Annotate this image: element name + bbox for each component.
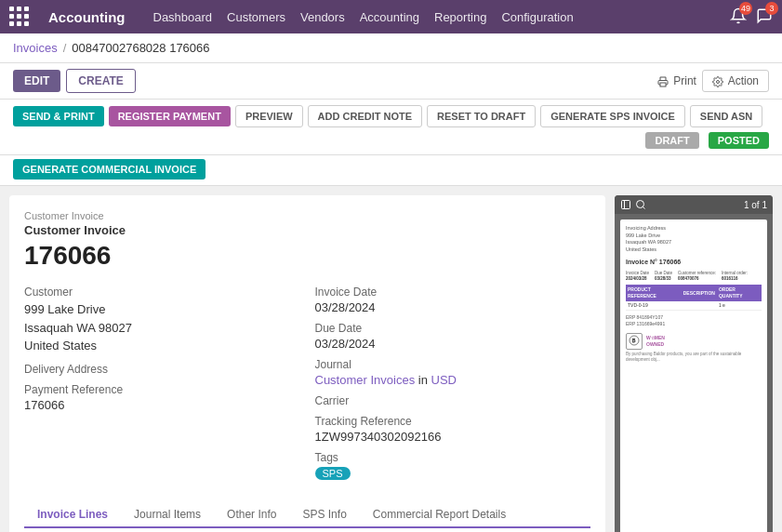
preview-logos: B W☆MENOWNED — [626, 333, 762, 350]
print-button[interactable]: Print — [657, 74, 696, 87]
preview-qty: 1 e — [717, 301, 762, 311]
preview-footer: By purchasing Baldor products, you are p… — [626, 352, 762, 363]
invoice-date-label: Invoice Date — [315, 286, 591, 299]
due-date-label: Due Date — [315, 322, 591, 335]
preview-desc — [682, 301, 717, 311]
tab-other-info[interactable]: Other Info — [214, 502, 289, 528]
page-count: 1 of 1 — [744, 200, 767, 210]
button-toolbar: SEND & PRINT REGISTER PAYMENT PREVIEW AD… — [0, 100, 782, 155]
carrier-field: Carrier — [315, 394, 591, 407]
journal-separator: in — [418, 373, 428, 387]
posted-status-badge: POSTED — [709, 132, 769, 149]
preview-button[interactable]: PREVIEW — [235, 105, 303, 127]
breadcrumb-separator: / — [63, 41, 67, 55]
payment-reference-field: Payment Reference 176066 — [24, 383, 300, 412]
register-payment-button[interactable]: REGISTER PAYMENT — [109, 106, 231, 126]
tracking-ref-label: Tracking Reference — [315, 415, 591, 428]
preview-sku: TVD-0-19 — [626, 301, 682, 311]
tag-sps[interactable]: SPS — [315, 467, 351, 480]
preview-panel: 1 of 1 Invoicing Address 999 Lake DriveI… — [615, 195, 773, 532]
notification-icon[interactable]: 49 — [730, 7, 747, 27]
customer-label: Customer — [24, 286, 300, 299]
journal-field: Journal Customer Invoices in USD — [315, 358, 591, 387]
tags-value: SPS — [315, 466, 591, 480]
print-label: Print — [673, 74, 696, 87]
nav-accounting[interactable]: Accounting — [360, 10, 419, 24]
svg-rect-0 — [660, 83, 666, 86]
preview-col-headers: Invoice Date2024/03/28 Due Date03/28/33 … — [626, 271, 762, 283]
form-panel: Customer Invoice Customer Invoice 176066… — [9, 195, 605, 532]
action-label: Action — [728, 74, 759, 87]
app-grid-icon[interactable] — [9, 7, 30, 27]
tab-commercial-report[interactable]: Commercial Report Details — [360, 502, 519, 528]
draft-status-badge: DRAFT — [645, 132, 698, 149]
svg-text:B: B — [632, 338, 636, 343]
chat-badge: 3 — [765, 2, 778, 15]
invoice-date-value: 03/28/2024 — [315, 300, 591, 314]
women-owned-logo: W☆MENOWNED — [646, 335, 665, 348]
breadcrumb-parent[interactable]: Invoices — [13, 41, 58, 55]
action-bar: EDIT CREATE Print Action — [0, 63, 782, 100]
tags-label: Tags — [315, 451, 591, 464]
breadcrumb: Invoices / 00847002768028 176066 — [0, 33, 782, 63]
chat-icon[interactable]: 3 — [756, 7, 773, 27]
nav-customers[interactable]: Customers — [227, 10, 285, 24]
preview-table: PRODUCT REFERENCE DESCRIPTION ORDER QUAN… — [626, 285, 762, 311]
svg-line-5 — [643, 206, 644, 208]
send-print-button[interactable]: SEND & PRINT — [13, 106, 104, 126]
preview-document: Invoicing Address 999 Lake DriveIssaquah… — [620, 219, 767, 532]
search-preview-icon[interactable] — [635, 199, 646, 210]
customer-address: 999 Lake DriveIssaquah WA 98027United St… — [24, 300, 300, 355]
preview-table-row: TVD-0-19 1 e — [626, 301, 762, 311]
send-asn-button[interactable]: SEND ASN — [690, 105, 762, 127]
generate-commercial-invoice-button[interactable]: GENERATE COMMERCIAL INVOICE — [13, 159, 205, 180]
journal-link[interactable]: Customer Invoices — [315, 373, 416, 387]
edit-button[interactable]: EDIT — [13, 70, 60, 92]
invoice-date-field: Invoice Date 03/28/2024 — [315, 286, 591, 314]
add-credit-note-button[interactable]: ADD CREDIT NOTE — [308, 105, 422, 127]
nav-reporting[interactable]: Reporting — [434, 10, 486, 24]
top-icons: 49 3 — [730, 7, 773, 27]
nav-links: Dashboard Customers Vendors Accounting R… — [153, 10, 574, 24]
svg-rect-2 — [622, 201, 630, 209]
preview-toolbar: 1 of 1 — [615, 195, 773, 214]
breadcrumb-current: 00847002768028 176066 — [72, 41, 209, 55]
tab-sps-info[interactable]: SPS Info — [289, 502, 359, 528]
payment-reference-value: 176066 — [24, 398, 300, 412]
create-button[interactable]: CREATE — [66, 69, 135, 93]
nav-dashboard[interactable]: Dashboard — [153, 10, 213, 24]
tracking-ref-value: 1ZW997340302092166 — [315, 430, 591, 444]
doc-type-label: Customer Invoice — [24, 210, 590, 221]
svg-point-1 — [716, 80, 719, 83]
delivery-address-field: Delivery Address — [24, 363, 300, 376]
invoice-number: 176066 — [24, 241, 590, 271]
tabs: Invoice Lines Journal Items Other Info S… — [24, 502, 590, 528]
preview-sku1: ERP 841894Y107 ERP 131669e4991 — [626, 314, 762, 327]
tags-field: Tags SPS — [315, 451, 591, 480]
svg-point-4 — [637, 201, 644, 208]
nav-vendors[interactable]: Vendors — [300, 10, 345, 24]
cert-b-icon: B — [626, 333, 643, 350]
reset-to-draft-button[interactable]: RESET TO DRAFT — [427, 105, 536, 127]
preview-col-desc: DESCRIPTION — [682, 285, 717, 301]
action-button[interactable]: Action — [702, 70, 769, 92]
tab-invoice-lines[interactable]: Invoice Lines — [24, 502, 121, 528]
toggle-panel-icon[interactable] — [620, 199, 631, 210]
doc-type: Customer Invoice — [24, 223, 590, 237]
due-date-field: Due Date 03/28/2024 — [315, 322, 591, 351]
generate-sps-invoice-button[interactable]: GENERATE SPS INVOICE — [540, 105, 685, 127]
delivery-address-label: Delivery Address — [24, 363, 300, 376]
preview-address-title: Invoicing Address 999 Lake DriveIssaquah… — [626, 225, 762, 254]
tracking-ref-field: Tracking Reference 1ZW997340302092166 — [315, 415, 591, 444]
payment-reference-label: Payment Reference — [24, 383, 300, 396]
main-area: Customer Invoice Customer Invoice 176066… — [0, 186, 782, 532]
journal-value: Customer Invoices in USD — [315, 373, 591, 387]
form-grid: Customer 999 Lake DriveIssaquah WA 98027… — [24, 286, 590, 487]
brand-name: Accounting — [48, 9, 126, 25]
notification-badge: 49 — [739, 2, 752, 15]
left-fields: Customer 999 Lake DriveIssaquah WA 98027… — [24, 286, 300, 487]
second-toolbar: GENERATE COMMERCIAL INVOICE — [0, 155, 782, 186]
nav-configuration[interactable]: Configuration — [501, 10, 573, 24]
tab-journal-items[interactable]: Journal Items — [121, 502, 214, 528]
journal-currency[interactable]: USD — [431, 373, 457, 387]
